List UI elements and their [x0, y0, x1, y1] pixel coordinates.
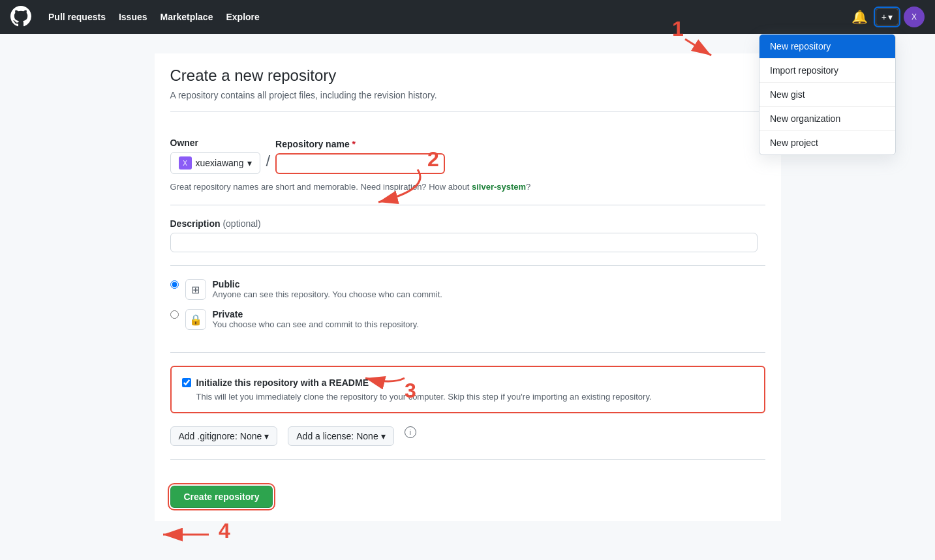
- owner-avatar: X: [179, 156, 192, 169]
- public-option: ⊞ Public Anyone can see this repository.…: [170, 279, 765, 300]
- init-checkbox-label: Initialize this repository with a README: [196, 377, 369, 388]
- info-icon[interactable]: i: [405, 426, 416, 438]
- dropdown-new-project[interactable]: New project: [759, 131, 895, 155]
- dropdown-new-organization[interactable]: New organization: [759, 107, 895, 131]
- navbar-links: Pull requests Issues Marketplace Explore: [42, 8, 266, 26]
- repo-name-label: Repository name *: [275, 139, 445, 149]
- init-checkbox[interactable]: [182, 378, 191, 387]
- plus-icon: +: [881, 12, 887, 22]
- owner-repo-row: Owner X xuexiawang ▾ / Repository name *: [170, 138, 765, 174]
- bell-icon: 🔔: [851, 9, 868, 25]
- public-desc: Anyone can see this repository. You choo…: [213, 289, 442, 299]
- navbar-pull-requests[interactable]: Pull requests: [42, 8, 112, 26]
- owner-group: Owner X xuexiawang ▾: [170, 138, 261, 174]
- gitignore-select[interactable]: Add .gitignore: None ▾: [170, 426, 278, 446]
- repo-name-group: Repository name *: [275, 139, 445, 174]
- navbar: Pull requests Issues Marketplace Explore…: [0, 0, 935, 34]
- public-radio[interactable]: [170, 280, 179, 289]
- page-header: Create a new repository A repository con…: [170, 53, 765, 111]
- private-desc: You choose who can see and commit to thi…: [213, 319, 420, 329]
- suggestion-link[interactable]: silver-system: [472, 182, 526, 192]
- navbar-marketplace[interactable]: Marketplace: [154, 8, 220, 26]
- notifications-button[interactable]: 🔔: [849, 7, 870, 27]
- visibility-section: ⊞ Public Anyone can see this repository.…: [170, 266, 765, 353]
- optional-label: (optional): [222, 218, 260, 229]
- dropdown-menu: New repository Import repository New gis…: [759, 34, 896, 155]
- chevron-down-icon: ▾: [888, 12, 893, 22]
- description-input[interactable]: [170, 233, 758, 252]
- divider: [170, 459, 765, 460]
- page-title: Create a new repository: [170, 66, 765, 85]
- navbar-issues[interactable]: Issues: [112, 8, 154, 26]
- owner-select-button[interactable]: X xuexiawang ▾: [170, 152, 261, 174]
- annotation-4: 4: [219, 519, 230, 540]
- github-logo-icon: [10, 6, 31, 29]
- private-option: 🔒 Private You choose who can see and com…: [170, 309, 765, 330]
- avatar-icon: X: [912, 12, 917, 22]
- description-label: Description (optional): [170, 218, 765, 229]
- navbar-right: 🔔 + ▾ X: [849, 7, 925, 27]
- suggestion-text: Great repository names are short and mem…: [170, 182, 765, 192]
- private-label: Private: [213, 309, 420, 319]
- page-subtitle: A repository contains all project files,…: [170, 90, 765, 100]
- init-section: Initialize this repository with a README…: [170, 366, 765, 413]
- required-indicator: *: [352, 139, 356, 149]
- license-chevron-icon: ▾: [381, 431, 386, 441]
- main-content: Create a new repository A repository con…: [155, 53, 781, 521]
- owner-label: Owner: [170, 138, 261, 148]
- description-section: Description (optional): [170, 205, 765, 266]
- private-icon: 🔒: [185, 309, 206, 330]
- private-radio[interactable]: [170, 310, 179, 319]
- user-avatar-button[interactable]: X: [904, 7, 925, 27]
- dropdown-new-gist[interactable]: New gist: [759, 83, 895, 107]
- create-repository-button[interactable]: Create repository: [170, 486, 273, 508]
- navbar-explore[interactable]: Explore: [219, 8, 266, 26]
- dropdown-import-repository[interactable]: Import repository: [759, 59, 895, 83]
- init-checkbox-desc: This will let you immediately clone the …: [196, 392, 754, 402]
- new-item-button[interactable]: + ▾: [876, 8, 898, 25]
- public-label: Public: [213, 279, 442, 289]
- dropdown-new-repository[interactable]: New repository: [759, 35, 895, 59]
- license-select[interactable]: Add a license: None ▾: [288, 426, 393, 446]
- slash-divider: /: [266, 152, 270, 171]
- gitignore-chevron-icon: ▾: [264, 431, 269, 441]
- description-group: Description (optional): [170, 218, 765, 252]
- public-icon: ⊞: [185, 279, 206, 300]
- repo-name-input[interactable]: [275, 153, 445, 174]
- create-section: Create repository: [170, 473, 765, 521]
- owner-value: xuexiawang: [196, 158, 244, 168]
- owner-chevron-icon: ▾: [247, 158, 252, 168]
- bottom-options: Add .gitignore: None ▾ Add a license: No…: [170, 426, 765, 446]
- init-checkbox-row: Initialize this repository with a README: [182, 377, 754, 388]
- owner-repo-section: Owner X xuexiawang ▾ / Repository name *…: [170, 125, 765, 205]
